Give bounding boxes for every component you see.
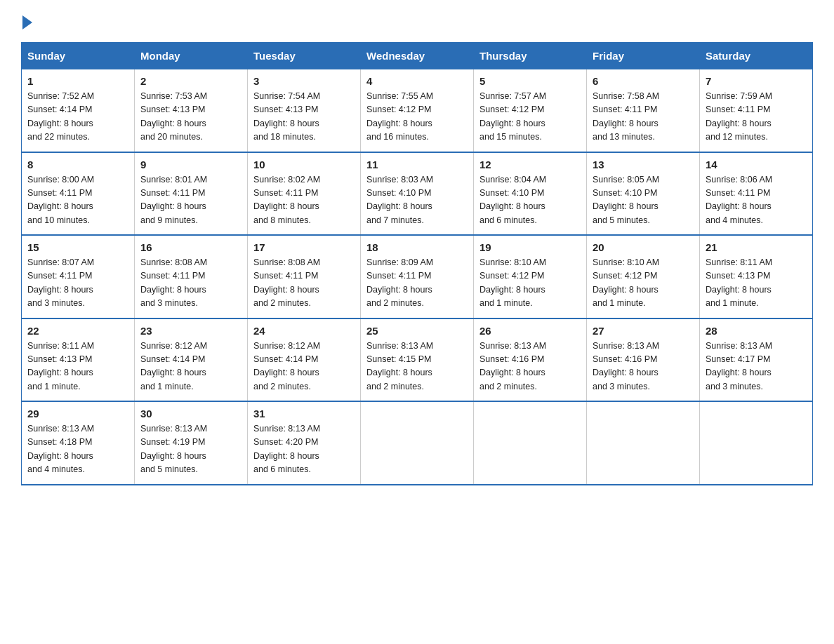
day-number: 7: [706, 75, 807, 87]
day-number: 12: [479, 159, 581, 170]
day-number: 10: [253, 159, 355, 170]
day-number: 6: [593, 75, 694, 87]
day-info: Sunrise: 8:13 AMSunset: 4:18 PMDaylight:…: [27, 424, 94, 474]
calendar-cell: 7 Sunrise: 7:59 AMSunset: 4:11 PMDayligh…: [700, 69, 813, 152]
day-info: Sunrise: 7:54 AMSunset: 4:13 PMDaylight:…: [253, 91, 320, 142]
day-info: Sunrise: 7:55 AMSunset: 4:12 PMDaylight:…: [366, 91, 433, 142]
calendar-cell: 16 Sunrise: 8:08 AMSunset: 4:11 PMDaylig…: [135, 235, 248, 318]
day-info: Sunrise: 7:57 AMSunset: 4:12 PMDaylight:…: [479, 91, 546, 142]
day-number: 14: [706, 159, 807, 170]
day-number: 24: [253, 325, 355, 337]
day-info: Sunrise: 8:00 AMSunset: 4:11 PMDaylight:…: [27, 175, 94, 225]
calendar-week-row: 1 Sunrise: 7:52 AMSunset: 4:14 PMDayligh…: [22, 69, 813, 152]
day-number: 11: [366, 159, 468, 170]
calendar-cell: 31 Sunrise: 8:13 AMSunset: 4:20 PMDaylig…: [248, 401, 361, 485]
calendar-cell: [474, 401, 587, 485]
calendar-cell: 10 Sunrise: 8:02 AMSunset: 4:11 PMDaylig…: [248, 152, 361, 236]
day-number: 2: [140, 75, 241, 87]
calendar-week-row: 8 Sunrise: 8:00 AMSunset: 4:11 PMDayligh…: [22, 152, 813, 236]
calendar-cell: 12 Sunrise: 8:04 AMSunset: 4:10 PMDaylig…: [474, 152, 587, 236]
day-info: Sunrise: 7:59 AMSunset: 4:11 PMDaylight:…: [706, 91, 772, 142]
day-number: 13: [593, 159, 694, 170]
calendar-cell: 26 Sunrise: 8:13 AMSunset: 4:16 PMDaylig…: [474, 318, 587, 402]
calendar-cell: 4 Sunrise: 7:55 AMSunset: 4:12 PMDayligh…: [361, 69, 474, 152]
day-info: Sunrise: 8:10 AMSunset: 4:12 PMDaylight:…: [479, 257, 546, 308]
col-header-sunday: Sunday: [22, 43, 135, 69]
calendar-cell: 15 Sunrise: 8:07 AMSunset: 4:11 PMDaylig…: [22, 235, 135, 318]
calendar-cell: 29 Sunrise: 8:13 AMSunset: 4:18 PMDaylig…: [22, 401, 135, 485]
day-number: 3: [253, 75, 355, 87]
col-header-thursday: Thursday: [474, 43, 587, 69]
day-info: Sunrise: 8:13 AMSunset: 4:15 PMDaylight:…: [366, 341, 433, 391]
col-header-tuesday: Tuesday: [248, 43, 361, 69]
day-info: Sunrise: 8:13 AMSunset: 4:19 PMDaylight:…: [140, 424, 207, 474]
day-number: 22: [27, 325, 128, 337]
day-info: Sunrise: 7:52 AMSunset: 4:14 PMDaylight:…: [27, 91, 94, 142]
day-number: 30: [140, 408, 241, 420]
calendar-cell: 23 Sunrise: 8:12 AMSunset: 4:14 PMDaylig…: [135, 318, 248, 402]
day-info: Sunrise: 8:13 AMSunset: 4:16 PMDaylight:…: [479, 341, 546, 391]
calendar-cell: 1 Sunrise: 7:52 AMSunset: 4:14 PMDayligh…: [22, 69, 135, 152]
calendar-cell: 24 Sunrise: 8:12 AMSunset: 4:14 PMDaylig…: [248, 318, 361, 402]
day-info: Sunrise: 8:06 AMSunset: 4:11 PMDaylight:…: [706, 175, 772, 225]
calendar-cell: 13 Sunrise: 8:05 AMSunset: 4:10 PMDaylig…: [587, 152, 700, 236]
day-number: 8: [27, 159, 128, 170]
day-info: Sunrise: 8:12 AMSunset: 4:14 PMDaylight:…: [253, 341, 320, 391]
day-info: Sunrise: 7:58 AMSunset: 4:11 PMDaylight:…: [593, 91, 659, 142]
calendar-cell: 3 Sunrise: 7:54 AMSunset: 4:13 PMDayligh…: [248, 69, 361, 152]
day-info: Sunrise: 7:53 AMSunset: 4:13 PMDaylight:…: [140, 91, 207, 142]
day-info: Sunrise: 8:12 AMSunset: 4:14 PMDaylight:…: [140, 341, 207, 391]
day-info: Sunrise: 8:09 AMSunset: 4:11 PMDaylight:…: [366, 257, 433, 308]
day-number: 28: [706, 325, 807, 337]
day-number: 16: [140, 241, 241, 253]
col-header-saturday: Saturday: [700, 43, 813, 69]
calendar-table: SundayMondayTuesdayWednesdayThursdayFrid…: [21, 42, 813, 485]
calendar-cell: 11 Sunrise: 8:03 AMSunset: 4:10 PMDaylig…: [361, 152, 474, 236]
day-info: Sunrise: 8:07 AMSunset: 4:11 PMDaylight:…: [27, 257, 94, 308]
day-info: Sunrise: 8:04 AMSunset: 4:10 PMDaylight:…: [479, 175, 546, 225]
calendar-week-row: 29 Sunrise: 8:13 AMSunset: 4:18 PMDaylig…: [22, 401, 813, 485]
calendar-cell: [587, 401, 700, 485]
day-info: Sunrise: 8:08 AMSunset: 4:11 PMDaylight:…: [253, 257, 320, 308]
day-number: 23: [140, 325, 241, 337]
calendar-header-row: SundayMondayTuesdayWednesdayThursdayFrid…: [22, 43, 813, 69]
calendar-week-row: 22 Sunrise: 8:11 AMSunset: 4:13 PMDaylig…: [22, 318, 813, 402]
day-info: Sunrise: 8:01 AMSunset: 4:11 PMDaylight:…: [140, 175, 207, 225]
day-number: 4: [366, 75, 468, 87]
day-number: 25: [366, 325, 468, 337]
logo-arrow-icon: [22, 15, 32, 29]
calendar-cell: 25 Sunrise: 8:13 AMSunset: 4:15 PMDaylig…: [361, 318, 474, 402]
day-info: Sunrise: 8:03 AMSunset: 4:10 PMDaylight:…: [366, 175, 433, 225]
calendar-cell: 20 Sunrise: 8:10 AMSunset: 4:12 PMDaylig…: [587, 235, 700, 318]
calendar-cell: [361, 401, 474, 485]
day-info: Sunrise: 8:02 AMSunset: 4:11 PMDaylight:…: [253, 175, 320, 225]
day-number: 18: [366, 241, 468, 253]
calendar-cell: 18 Sunrise: 8:09 AMSunset: 4:11 PMDaylig…: [361, 235, 474, 318]
col-header-friday: Friday: [587, 43, 700, 69]
calendar-cell: 22 Sunrise: 8:11 AMSunset: 4:13 PMDaylig…: [22, 318, 135, 402]
day-info: Sunrise: 8:13 AMSunset: 4:17 PMDaylight:…: [706, 341, 772, 391]
day-number: 26: [479, 325, 581, 337]
calendar-cell: 21 Sunrise: 8:11 AMSunset: 4:13 PMDaylig…: [700, 235, 813, 318]
logo: [21, 14, 32, 28]
day-info: Sunrise: 8:13 AMSunset: 4:16 PMDaylight:…: [593, 341, 659, 391]
calendar-cell: 30 Sunrise: 8:13 AMSunset: 4:19 PMDaylig…: [135, 401, 248, 485]
day-info: Sunrise: 8:13 AMSunset: 4:20 PMDaylight:…: [253, 424, 320, 474]
calendar-cell: [700, 401, 813, 485]
calendar-cell: 19 Sunrise: 8:10 AMSunset: 4:12 PMDaylig…: [474, 235, 587, 318]
calendar-cell: 9 Sunrise: 8:01 AMSunset: 4:11 PMDayligh…: [135, 152, 248, 236]
calendar-cell: 14 Sunrise: 8:06 AMSunset: 4:11 PMDaylig…: [700, 152, 813, 236]
day-number: 19: [479, 241, 581, 253]
day-info: Sunrise: 8:10 AMSunset: 4:12 PMDaylight:…: [593, 257, 659, 308]
day-number: 17: [253, 241, 355, 253]
day-number: 31: [253, 408, 355, 420]
day-info: Sunrise: 8:08 AMSunset: 4:11 PMDaylight:…: [140, 257, 207, 308]
calendar-week-row: 15 Sunrise: 8:07 AMSunset: 4:11 PMDaylig…: [22, 235, 813, 318]
calendar-cell: 27 Sunrise: 8:13 AMSunset: 4:16 PMDaylig…: [587, 318, 700, 402]
day-info: Sunrise: 8:11 AMSunset: 4:13 PMDaylight:…: [706, 257, 772, 308]
day-number: 5: [479, 75, 581, 87]
day-number: 1: [27, 75, 128, 87]
day-number: 21: [706, 241, 807, 253]
calendar-cell: 5 Sunrise: 7:57 AMSunset: 4:12 PMDayligh…: [474, 69, 587, 152]
day-number: 9: [140, 159, 241, 170]
